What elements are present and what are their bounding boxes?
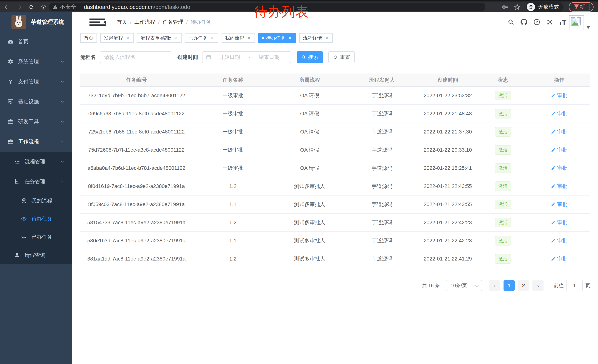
tab[interactable]: 流程表单-编辑 bbox=[137, 33, 182, 43]
security-label[interactable]: 不安全 bbox=[60, 3, 76, 11]
task-id-cell: 73211d9d-7b9b-11ec-b5b7-acde48001122 bbox=[80, 87, 193, 105]
close-icon[interactable] bbox=[288, 36, 292, 40]
sidebar-item-label: 支付管理 bbox=[18, 78, 39, 85]
forward-icon[interactable] bbox=[16, 4, 22, 10]
status-badge: 激活 bbox=[495, 200, 511, 209]
start-date-placeholder: 开始日期 bbox=[211, 54, 248, 61]
browser-menu-kebab-icon[interactable] bbox=[589, 4, 590, 10]
update-button[interactable]: 更新 bbox=[569, 2, 594, 12]
fullscreen-icon[interactable] bbox=[546, 18, 554, 26]
search-button[interactable]: 搜索 bbox=[297, 51, 323, 63]
date-range-picker[interactable]: 开始日期 - 结束日期 bbox=[202, 51, 291, 63]
sidebar-item-done-task[interactable]: 已办任务 bbox=[0, 228, 72, 246]
status-cell: 激活 bbox=[478, 159, 528, 177]
status-cell: 激活 bbox=[478, 195, 528, 213]
sidebar-item-label: 流程管理 bbox=[25, 158, 45, 165]
created-cell: 2022-01-21 22:42:23 bbox=[418, 232, 478, 250]
bookmark-star-icon[interactable] bbox=[514, 4, 521, 10]
sidebar-item-label: 工作流程 bbox=[18, 138, 39, 145]
sidebar-item-infra[interactable]: 基础设施 bbox=[0, 92, 72, 112]
sidebar-item-home[interactable]: 首页 bbox=[0, 32, 72, 52]
font-size-icon[interactable]: TT bbox=[559, 18, 566, 26]
tab[interactable]: 我的流程 bbox=[222, 33, 255, 43]
search-icon[interactable] bbox=[507, 18, 515, 26]
chevron-down-icon bbox=[60, 79, 65, 84]
status-badge: 激活 bbox=[495, 109, 511, 119]
sidebar-item-system[interactable]: 系统管理 bbox=[0, 52, 72, 72]
action-cell: 审批 bbox=[528, 250, 590, 268]
key-icon[interactable] bbox=[502, 4, 509, 10]
page-button-2[interactable]: 2 bbox=[518, 280, 529, 291]
back-icon[interactable] bbox=[4, 4, 10, 10]
starter-cell: 芋道源码 bbox=[346, 250, 418, 268]
task-id-cell: 725a1eb6-7b88-11ec-8ef0-acde48001122 bbox=[80, 123, 193, 141]
goto-page-input[interactable] bbox=[566, 280, 583, 291]
close-icon[interactable] bbox=[247, 36, 251, 40]
sidebar-item-task-mgmt[interactable]: 任务管理 bbox=[0, 172, 72, 192]
tab[interactable]: 发起流程 bbox=[100, 33, 133, 43]
breadcrumb-task-mgmt[interactable]: 任务管理 bbox=[163, 18, 183, 25]
approve-link[interactable]: 审批 bbox=[551, 92, 568, 99]
chevron-down-icon bbox=[60, 119, 65, 124]
page-size-select[interactable]: 10条/页 bbox=[446, 280, 482, 291]
tab[interactable]: 首页 bbox=[80, 33, 97, 43]
help-icon[interactable]: ? bbox=[533, 18, 540, 26]
breadcrumb-workflow[interactable]: 工作流程 bbox=[134, 18, 155, 25]
url-path[interactable]: /bpm/task/todo bbox=[154, 4, 190, 10]
approve-link[interactable]: 审批 bbox=[551, 237, 568, 244]
close-icon[interactable] bbox=[210, 36, 215, 40]
status-badge: 激活 bbox=[495, 163, 511, 173]
approve-link[interactable]: 审批 bbox=[551, 128, 568, 135]
task-name-cell: 一级审批 bbox=[193, 87, 273, 105]
people-icon bbox=[21, 198, 27, 204]
search-icon bbox=[301, 55, 306, 60]
starter-cell: 芋道源码 bbox=[346, 87, 418, 105]
app-logo-row[interactable]: 芋道管理系统 bbox=[0, 12, 72, 32]
approve-link[interactable]: 审批 bbox=[551, 183, 568, 190]
sidebar-item-pay[interactable]: ¥ 支付管理 bbox=[0, 72, 72, 92]
starter-cell: 芋道源码 bbox=[346, 232, 418, 250]
page-button-1[interactable]: 1 bbox=[504, 280, 515, 291]
chevron-down-icon bbox=[475, 283, 479, 287]
eye-icon bbox=[21, 216, 27, 222]
tab[interactable]: 待办任务 bbox=[258, 33, 296, 43]
flow-branch-icon bbox=[14, 178, 20, 185]
approve-link[interactable]: 审批 bbox=[551, 110, 568, 117]
filter-form: 流程名 创建时间 开始日期 - 结束日期 搜索 重置 bbox=[80, 51, 590, 63]
sidebar-item-todo-task[interactable]: 待办任务 bbox=[0, 210, 72, 228]
sidebar-item-leave-query[interactable]: 请假查询 bbox=[0, 246, 72, 264]
approve-link[interactable]: 审批 bbox=[551, 165, 568, 172]
hamburger-icon[interactable] bbox=[90, 18, 106, 26]
approve-link[interactable]: 审批 bbox=[551, 146, 568, 154]
reload-icon[interactable] bbox=[29, 4, 34, 10]
sidebar-item-my-process[interactable]: 我的流程 bbox=[0, 192, 72, 210]
next-page-button[interactable] bbox=[532, 280, 544, 291]
reset-button[interactable]: 重置 bbox=[328, 51, 355, 63]
sidebar-item-dev[interactable]: 研发工具 bbox=[0, 112, 72, 132]
table-header-row: 任务编号 任务名称 所属流程 流程发起人 创建时间 状态 操作 bbox=[80, 73, 590, 87]
tab[interactable]: 流程详情 bbox=[299, 33, 333, 43]
sidebar-item-process-mgmt[interactable]: 流程管理 bbox=[0, 152, 72, 172]
home-icon[interactable] bbox=[41, 4, 46, 10]
task-id-cell: 8f059c03-7ac8-11ec-a9e2-a2380e71991a bbox=[80, 195, 193, 213]
approve-link[interactable]: 审批 bbox=[551, 255, 568, 262]
github-icon[interactable] bbox=[520, 18, 528, 26]
close-icon[interactable] bbox=[125, 36, 130, 40]
prev-page-button[interactable] bbox=[489, 280, 500, 291]
close-icon[interactable] bbox=[173, 36, 178, 40]
status-cell: 激活 bbox=[478, 105, 528, 123]
task-id-cell: 580e1b3d-7ac8-11ec-a9e2-a2380e71991a bbox=[80, 232, 193, 250]
url-host[interactable]: dashboard.yudao.iocoder.cn bbox=[84, 4, 154, 10]
avatar[interactable] bbox=[569, 15, 584, 30]
edit-pencil-icon bbox=[551, 166, 556, 170]
breadcrumb-home[interactable]: 首页 bbox=[117, 18, 127, 25]
sidebar-item-workflow[interactable]: 工作流程 bbox=[0, 132, 72, 152]
close-icon[interactable] bbox=[324, 36, 329, 40]
approve-link[interactable]: 审批 bbox=[551, 219, 568, 226]
incognito-chip[interactable]: 无痕模式 bbox=[526, 2, 564, 12]
active-dot-icon bbox=[262, 37, 264, 39]
avatar-caret-icon[interactable] bbox=[586, 26, 590, 29]
approve-link[interactable]: 审批 bbox=[551, 201, 568, 208]
process-name-input[interactable] bbox=[100, 51, 171, 63]
tab[interactable]: 已办任务 bbox=[185, 33, 218, 43]
